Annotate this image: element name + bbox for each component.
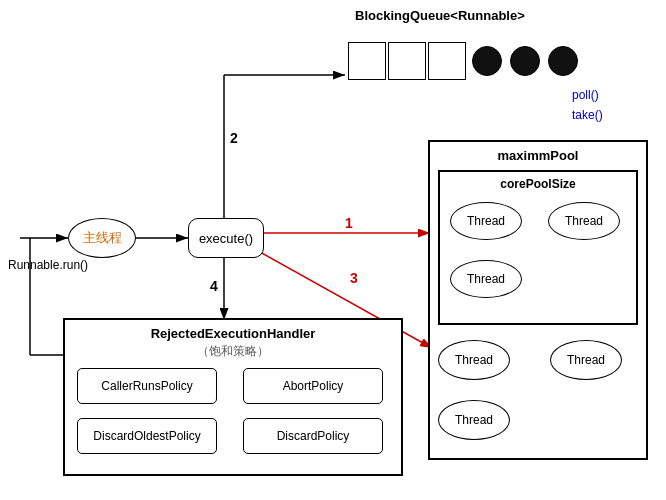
poll-label: poll() xyxy=(572,88,599,102)
runnable-run-label: Runnable.run() xyxy=(8,258,88,272)
take-label: take() xyxy=(572,108,603,122)
maximm-pool-box: maximmPool corePoolSize Thread Thread Th… xyxy=(428,140,648,460)
thread-ellipse-6: Thread xyxy=(438,400,510,440)
abort-policy-box: AbortPolicy xyxy=(243,368,383,404)
main-thread-ellipse: 主线程 xyxy=(68,218,136,258)
thread-ellipse-2: Thread xyxy=(548,202,620,240)
core-pool-size-label: corePoolSize xyxy=(440,172,636,191)
thread-ellipse-1: Thread xyxy=(450,202,522,240)
discard-oldest-policy-box: DiscardOldestPolicy xyxy=(77,418,217,454)
arrow-label-4: 4 xyxy=(210,278,218,294)
queue-cell-1 xyxy=(348,42,386,80)
thread-ellipse-4: Thread xyxy=(438,340,510,380)
rejected-handler-box: RejectedExecutionHandler （饱和策略） CallerRu… xyxy=(63,318,403,476)
rejected-handler-sublabel: （饱和策略） xyxy=(65,343,401,360)
queue-cell-3 xyxy=(428,42,466,80)
arrow-label-2: 2 xyxy=(230,130,238,146)
arrow-label-3: 3 xyxy=(350,270,358,286)
thread-ellipse-3: Thread xyxy=(450,260,522,298)
queue-cell-2 xyxy=(388,42,426,80)
rejected-handler-label: RejectedExecutionHandler xyxy=(65,320,401,341)
execute-box: execute() xyxy=(188,218,264,258)
caller-runs-policy-box: CallerRunsPolicy xyxy=(77,368,217,404)
discard-policy-box: DiscardPolicy xyxy=(243,418,383,454)
diagram: BlockingQueue<Runnable> poll() take() ma… xyxy=(0,0,666,500)
thread-ellipse-5: Thread xyxy=(550,340,622,380)
queue-ball-1 xyxy=(472,46,502,76)
queue-ball-2 xyxy=(510,46,540,76)
maximm-pool-label: maximmPool xyxy=(430,142,646,163)
core-pool-size-box: corePoolSize Thread Thread Thread xyxy=(438,170,638,325)
arrow-label-1: 1 xyxy=(345,215,353,231)
blocking-queue-label: BlockingQueue<Runnable> xyxy=(355,8,525,23)
queue-ball-3 xyxy=(548,46,578,76)
